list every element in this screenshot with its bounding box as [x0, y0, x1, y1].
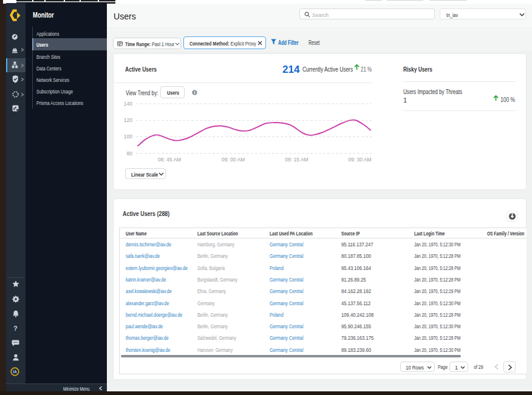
svg-text:08: 45 AM: 08: 45 AM [158, 157, 181, 163]
svg-text:100: 100 [124, 133, 132, 140]
svg-text:09: 00 AM: 09: 00 AM [222, 157, 245, 163]
svg-text:120: 120 [124, 117, 132, 123]
svg-text:80: 80 [127, 150, 133, 157]
svg-text:IA: IA [13, 370, 17, 374]
svg-text:09: 15 AM: 09: 15 AM [285, 157, 308, 163]
svg-text:140: 140 [124, 101, 132, 107]
svg-text:09: 30 AM: 09: 30 AM [348, 157, 371, 163]
